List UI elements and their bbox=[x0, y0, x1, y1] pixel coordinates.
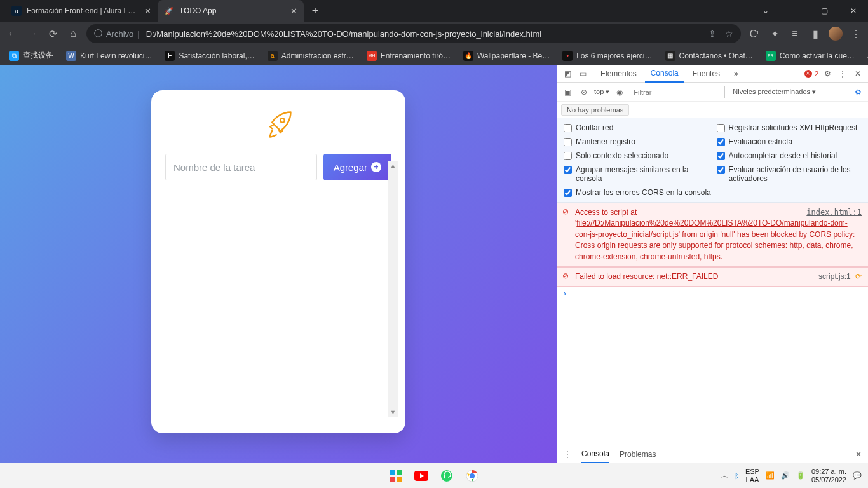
task-name-input[interactable] bbox=[165, 154, 317, 180]
bookmark-icon: PR bbox=[766, 51, 776, 61]
battery-icon[interactable]: 🔋 bbox=[796, 471, 805, 480]
volume-icon[interactable]: 🔊 bbox=[781, 471, 790, 480]
plus-icon: + bbox=[371, 162, 381, 172]
tab-console[interactable]: Consola bbox=[645, 65, 684, 83]
add-task-button[interactable]: Agregar + bbox=[323, 154, 391, 180]
avatar[interactable] bbox=[829, 27, 843, 41]
bookmark-label: Entrenamiento tiró… bbox=[381, 51, 451, 60]
back-button[interactable]: ← bbox=[5, 28, 19, 39]
list-scrollbar[interactable]: ▲ ▼ bbox=[388, 161, 398, 417]
device-toggle-icon[interactable]: ▭ bbox=[576, 69, 589, 78]
bookmark-item[interactable]: PRComo activar la cue… bbox=[761, 48, 860, 64]
info-icon: ⓘ bbox=[94, 28, 102, 39]
windows-taskbar: ︿ ᛒ ESPLAA 📶 🔊 🔋 09:27 a. m.05/07/2022 💬 bbox=[0, 463, 868, 488]
bookmark-item[interactable]: ▦Contáctanos • Oñat… bbox=[660, 48, 758, 64]
console-filter-input[interactable] bbox=[630, 86, 725, 98]
check-label: Mostrar los errores CORS en la consola bbox=[576, 188, 711, 197]
share-icon[interactable]: ⇪ bbox=[709, 29, 716, 39]
close-icon[interactable]: ✕ bbox=[855, 450, 862, 459]
svg-point-8 bbox=[470, 473, 475, 478]
minimize-button[interactable]: — bbox=[780, 0, 810, 22]
bookmark-item[interactable]: aAdministración estr… bbox=[262, 48, 359, 64]
clock[interactable]: 09:27 a. m.05/07/2022 bbox=[811, 468, 846, 483]
scroll-up-icon[interactable]: ▲ bbox=[388, 161, 398, 171]
bookmark-item[interactable]: FSatisfacción laboral,… bbox=[159, 48, 259, 64]
tab-elements[interactable]: Elementos bbox=[595, 65, 642, 83]
bookmarks-overflow-icon[interactable]: » bbox=[862, 51, 868, 60]
forward-button: → bbox=[25, 28, 39, 39]
clear-console-icon[interactable]: ⊘ bbox=[578, 88, 590, 97]
home-button[interactable]: ⌂ bbox=[66, 28, 80, 39]
scheme-label: Archivo bbox=[106, 29, 133, 39]
tab-title: Formación Front-end | Alura Lata… bbox=[27, 6, 139, 15]
tab-inactive[interactable]: a Formación Front-end | Alura Lata… ✕ bbox=[5, 0, 158, 22]
console-prompt[interactable]: › bbox=[557, 287, 868, 301]
bookmark-item[interactable]: ⧉查找设备 bbox=[4, 48, 58, 64]
chevron-up-icon[interactable]: ︿ bbox=[721, 471, 728, 480]
language-indicator[interactable]: ESPLAA bbox=[745, 468, 759, 483]
tab-sources[interactable]: Fuentes bbox=[687, 65, 726, 83]
check-strict-eval[interactable]: Evaluación estricta bbox=[717, 137, 862, 146]
star-icon[interactable]: ☆ bbox=[725, 29, 733, 39]
gear-icon[interactable]: ⚙ bbox=[821, 69, 834, 78]
kebab-icon[interactable]: ⋮ bbox=[836, 69, 849, 78]
whatsapp-icon[interactable] bbox=[438, 468, 455, 484]
svg-rect-1 bbox=[390, 470, 395, 475]
check-cors-errors[interactable]: Mostrar los errores CORS en la consola bbox=[564, 188, 862, 197]
check-user-activation[interactable]: Evaluar activación de usuario de los act… bbox=[717, 165, 862, 183]
chevron-down-icon[interactable]: ⌄ bbox=[751, 0, 780, 22]
live-expression-icon[interactable]: ◉ bbox=[613, 88, 626, 97]
bookmark-icon: 🔥 bbox=[463, 51, 473, 61]
bluetooth-icon[interactable]: ᛒ bbox=[735, 472, 739, 480]
check-autocomplete-history[interactable]: Autocompletar desde el historial bbox=[717, 151, 862, 160]
check-selected-context[interactable]: Solo contexto seleccionado bbox=[564, 151, 709, 160]
console-error[interactable]: index.html:1 Access to script at 'file:/… bbox=[557, 203, 868, 267]
issues-pill[interactable]: No hay problemas bbox=[561, 104, 629, 116]
check-log-xhr[interactable]: Registrar solicitudes XMLHttpRequest bbox=[717, 123, 862, 132]
close-button[interactable]: ✕ bbox=[839, 0, 868, 22]
close-icon[interactable]: ✕ bbox=[851, 69, 864, 78]
extensions-icon[interactable]: ✦ bbox=[768, 28, 782, 40]
kebab-icon[interactable]: ⋮ bbox=[564, 450, 571, 459]
maximize-button[interactable]: ▢ bbox=[810, 0, 839, 22]
check-preserve-log[interactable]: Mantener registro bbox=[564, 137, 709, 146]
inspect-icon[interactable]: ◩ bbox=[561, 69, 574, 78]
bookmark-item[interactable]: WKurt Lewin revoluci… bbox=[61, 48, 157, 64]
close-icon[interactable]: ✕ bbox=[144, 6, 151, 16]
address-bar[interactable]: ⓘ Archivo | D:/Manipulacion%20de%20DOM%2… bbox=[86, 24, 741, 43]
wifi-icon[interactable]: 📶 bbox=[766, 471, 775, 480]
error-source-link[interactable]: script.js:1 ⟳ bbox=[818, 271, 862, 282]
log-levels-selector[interactable]: Niveles predeterminados ▾ bbox=[733, 88, 816, 96]
check-hide-network[interactable]: Ocultar red bbox=[564, 123, 709, 132]
youtube-icon[interactable] bbox=[413, 468, 430, 484]
start-icon[interactable] bbox=[388, 468, 404, 484]
gear-icon[interactable]: ⚙ bbox=[851, 88, 864, 97]
error-badge[interactable]: ✕2 bbox=[804, 70, 818, 78]
side-panel-icon[interactable]: ▮ bbox=[808, 28, 822, 40]
menu-icon[interactable]: ⋮ bbox=[849, 28, 863, 40]
drawer-tab-problems[interactable]: Problemas bbox=[620, 450, 656, 459]
close-icon[interactable]: ✕ bbox=[290, 6, 297, 16]
chrome-icon[interactable] bbox=[464, 468, 480, 484]
execute-icon[interactable]: ▣ bbox=[561, 88, 574, 97]
bookmark-label: Como activar la cue… bbox=[780, 51, 855, 60]
tab-active[interactable]: 🚀 TODO App ✕ bbox=[158, 0, 304, 22]
bookmark-item[interactable]: MHEntrenamiento tiró… bbox=[362, 48, 456, 64]
error-source-link[interactable]: index.html:1 bbox=[806, 207, 862, 218]
reload-button[interactable]: ⟳ bbox=[46, 28, 60, 40]
new-tab-button[interactable]: + bbox=[306, 2, 324, 20]
site-info-icon[interactable]: ⓘ Archivo | bbox=[94, 28, 140, 39]
bookmark-label: Kurt Lewin revoluci… bbox=[80, 51, 152, 60]
reading-list-icon[interactable]: ≡ bbox=[788, 28, 802, 39]
tabs-overflow-icon[interactable]: » bbox=[728, 65, 744, 83]
context-selector[interactable]: top ▾ bbox=[594, 88, 609, 96]
scroll-down-icon[interactable]: ▼ bbox=[388, 408, 398, 417]
cast-icon[interactable]: Cⁱ bbox=[747, 28, 761, 40]
drawer-tab-console[interactable]: Consola bbox=[581, 445, 609, 463]
console-error[interactable]: script.js:1 ⟳ Failed to load resource: n… bbox=[557, 267, 868, 287]
bookmark-icon: F bbox=[165, 51, 175, 61]
bookmark-item[interactable]: •Los 6 mejores ejerci… bbox=[557, 48, 657, 64]
notifications-icon[interactable]: 💬 bbox=[853, 471, 862, 480]
check-group-similar[interactable]: Agrupar mensajes similares en la consola bbox=[564, 165, 709, 183]
bookmark-item[interactable]: 🔥Wallpaperflare - Be… bbox=[458, 48, 555, 64]
